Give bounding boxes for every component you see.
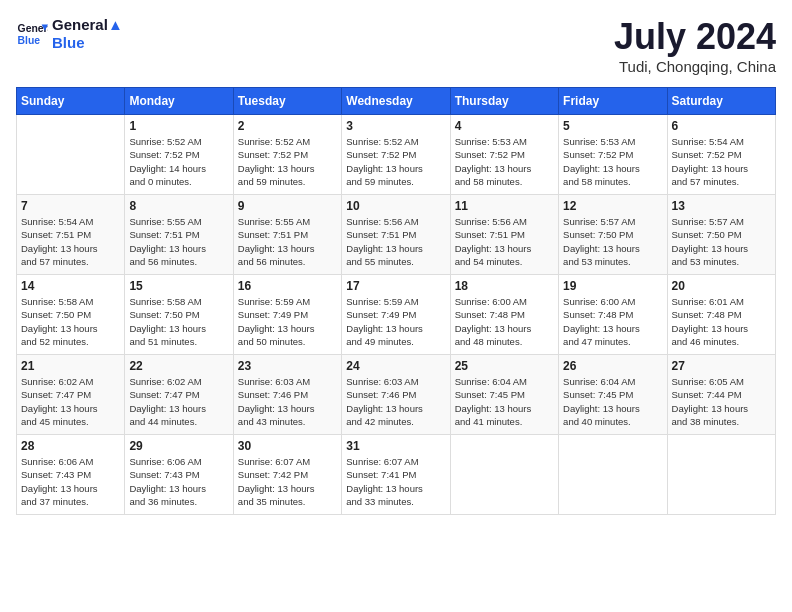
day-number: 18: [455, 279, 554, 293]
day-number: 24: [346, 359, 445, 373]
calendar-cell: 4Sunrise: 5:53 AM Sunset: 7:52 PM Daylig…: [450, 115, 558, 195]
day-info: Sunrise: 5:56 AM Sunset: 7:51 PM Dayligh…: [346, 215, 445, 268]
day-info: Sunrise: 6:03 AM Sunset: 7:46 PM Dayligh…: [238, 375, 337, 428]
day-info: Sunrise: 5:53 AM Sunset: 7:52 PM Dayligh…: [563, 135, 662, 188]
day-number: 8: [129, 199, 228, 213]
month-title: July 2024: [614, 16, 776, 58]
logo-blue: Blue: [52, 34, 123, 52]
day-info: Sunrise: 6:04 AM Sunset: 7:45 PM Dayligh…: [455, 375, 554, 428]
calendar-cell: 26Sunrise: 6:04 AM Sunset: 7:45 PM Dayli…: [559, 355, 667, 435]
day-info: Sunrise: 6:06 AM Sunset: 7:43 PM Dayligh…: [129, 455, 228, 508]
day-number: 1: [129, 119, 228, 133]
col-header-sunday: Sunday: [17, 88, 125, 115]
day-number: 27: [672, 359, 771, 373]
day-info: Sunrise: 6:03 AM Sunset: 7:46 PM Dayligh…: [346, 375, 445, 428]
day-number: 3: [346, 119, 445, 133]
day-info: Sunrise: 5:58 AM Sunset: 7:50 PM Dayligh…: [21, 295, 120, 348]
day-info: Sunrise: 5:57 AM Sunset: 7:50 PM Dayligh…: [563, 215, 662, 268]
calendar-cell: 27Sunrise: 6:05 AM Sunset: 7:44 PM Dayli…: [667, 355, 775, 435]
day-info: Sunrise: 6:00 AM Sunset: 7:48 PM Dayligh…: [563, 295, 662, 348]
calendar-cell: [17, 115, 125, 195]
logo: General Blue General▲ Blue: [16, 16, 123, 52]
col-header-monday: Monday: [125, 88, 233, 115]
calendar-cell: 25Sunrise: 6:04 AM Sunset: 7:45 PM Dayli…: [450, 355, 558, 435]
calendar-cell: 30Sunrise: 6:07 AM Sunset: 7:42 PM Dayli…: [233, 435, 341, 515]
day-number: 29: [129, 439, 228, 453]
day-number: 23: [238, 359, 337, 373]
calendar-cell: 29Sunrise: 6:06 AM Sunset: 7:43 PM Dayli…: [125, 435, 233, 515]
calendar-cell: 1Sunrise: 5:52 AM Sunset: 7:52 PM Daylig…: [125, 115, 233, 195]
calendar-cell: 22Sunrise: 6:02 AM Sunset: 7:47 PM Dayli…: [125, 355, 233, 435]
calendar-cell: 10Sunrise: 5:56 AM Sunset: 7:51 PM Dayli…: [342, 195, 450, 275]
calendar-cell: 20Sunrise: 6:01 AM Sunset: 7:48 PM Dayli…: [667, 275, 775, 355]
svg-text:Blue: Blue: [18, 35, 41, 46]
day-number: 22: [129, 359, 228, 373]
col-header-saturday: Saturday: [667, 88, 775, 115]
calendar-cell: 28Sunrise: 6:06 AM Sunset: 7:43 PM Dayli…: [17, 435, 125, 515]
calendar-cell: 14Sunrise: 5:58 AM Sunset: 7:50 PM Dayli…: [17, 275, 125, 355]
day-info: Sunrise: 5:54 AM Sunset: 7:51 PM Dayligh…: [21, 215, 120, 268]
calendar-cell: 19Sunrise: 6:00 AM Sunset: 7:48 PM Dayli…: [559, 275, 667, 355]
day-info: Sunrise: 5:55 AM Sunset: 7:51 PM Dayligh…: [129, 215, 228, 268]
day-number: 10: [346, 199, 445, 213]
calendar-cell: 18Sunrise: 6:00 AM Sunset: 7:48 PM Dayli…: [450, 275, 558, 355]
day-info: Sunrise: 6:01 AM Sunset: 7:48 PM Dayligh…: [672, 295, 771, 348]
calendar-cell: 11Sunrise: 5:56 AM Sunset: 7:51 PM Dayli…: [450, 195, 558, 275]
day-number: 26: [563, 359, 662, 373]
day-number: 28: [21, 439, 120, 453]
calendar-cell: [450, 435, 558, 515]
calendar-cell: 13Sunrise: 5:57 AM Sunset: 7:50 PM Dayli…: [667, 195, 775, 275]
day-info: Sunrise: 6:07 AM Sunset: 7:41 PM Dayligh…: [346, 455, 445, 508]
col-header-wednesday: Wednesday: [342, 88, 450, 115]
day-number: 21: [21, 359, 120, 373]
day-number: 31: [346, 439, 445, 453]
calendar-cell: 3Sunrise: 5:52 AM Sunset: 7:52 PM Daylig…: [342, 115, 450, 195]
day-number: 13: [672, 199, 771, 213]
logo-text: General▲: [52, 16, 123, 34]
day-number: 11: [455, 199, 554, 213]
day-info: Sunrise: 5:59 AM Sunset: 7:49 PM Dayligh…: [346, 295, 445, 348]
day-number: 20: [672, 279, 771, 293]
calendar-cell: 6Sunrise: 5:54 AM Sunset: 7:52 PM Daylig…: [667, 115, 775, 195]
day-info: Sunrise: 5:52 AM Sunset: 7:52 PM Dayligh…: [346, 135, 445, 188]
day-number: 30: [238, 439, 337, 453]
day-info: Sunrise: 6:07 AM Sunset: 7:42 PM Dayligh…: [238, 455, 337, 508]
day-info: Sunrise: 6:02 AM Sunset: 7:47 PM Dayligh…: [21, 375, 120, 428]
calendar-cell: 9Sunrise: 5:55 AM Sunset: 7:51 PM Daylig…: [233, 195, 341, 275]
day-number: 16: [238, 279, 337, 293]
col-header-friday: Friday: [559, 88, 667, 115]
calendar-cell: 21Sunrise: 6:02 AM Sunset: 7:47 PM Dayli…: [17, 355, 125, 435]
col-header-thursday: Thursday: [450, 88, 558, 115]
day-number: 25: [455, 359, 554, 373]
calendar-cell: 24Sunrise: 6:03 AM Sunset: 7:46 PM Dayli…: [342, 355, 450, 435]
day-info: Sunrise: 5:54 AM Sunset: 7:52 PM Dayligh…: [672, 135, 771, 188]
day-number: 17: [346, 279, 445, 293]
week-row-3: 14Sunrise: 5:58 AM Sunset: 7:50 PM Dayli…: [17, 275, 776, 355]
calendar-cell: 5Sunrise: 5:53 AM Sunset: 7:52 PM Daylig…: [559, 115, 667, 195]
header-row: SundayMondayTuesdayWednesdayThursdayFrid…: [17, 88, 776, 115]
calendar-cell: [559, 435, 667, 515]
day-number: 2: [238, 119, 337, 133]
day-info: Sunrise: 6:02 AM Sunset: 7:47 PM Dayligh…: [129, 375, 228, 428]
calendar-cell: 12Sunrise: 5:57 AM Sunset: 7:50 PM Dayli…: [559, 195, 667, 275]
day-info: Sunrise: 5:58 AM Sunset: 7:50 PM Dayligh…: [129, 295, 228, 348]
calendar-cell: 17Sunrise: 5:59 AM Sunset: 7:49 PM Dayli…: [342, 275, 450, 355]
day-info: Sunrise: 6:04 AM Sunset: 7:45 PM Dayligh…: [563, 375, 662, 428]
day-info: Sunrise: 6:06 AM Sunset: 7:43 PM Dayligh…: [21, 455, 120, 508]
calendar-cell: 15Sunrise: 5:58 AM Sunset: 7:50 PM Dayli…: [125, 275, 233, 355]
day-info: Sunrise: 5:52 AM Sunset: 7:52 PM Dayligh…: [238, 135, 337, 188]
day-number: 14: [21, 279, 120, 293]
col-header-tuesday: Tuesday: [233, 88, 341, 115]
calendar-cell: 8Sunrise: 5:55 AM Sunset: 7:51 PM Daylig…: [125, 195, 233, 275]
day-number: 19: [563, 279, 662, 293]
day-number: 12: [563, 199, 662, 213]
location-subtitle: Tudi, Chongqing, China: [614, 58, 776, 75]
calendar-cell: [667, 435, 775, 515]
day-info: Sunrise: 5:59 AM Sunset: 7:49 PM Dayligh…: [238, 295, 337, 348]
day-number: 9: [238, 199, 337, 213]
day-number: 5: [563, 119, 662, 133]
logo-icon: General Blue: [16, 18, 48, 50]
calendar-cell: 31Sunrise: 6:07 AM Sunset: 7:41 PM Dayli…: [342, 435, 450, 515]
calendar-table: SundayMondayTuesdayWednesdayThursdayFrid…: [16, 87, 776, 515]
day-number: 6: [672, 119, 771, 133]
